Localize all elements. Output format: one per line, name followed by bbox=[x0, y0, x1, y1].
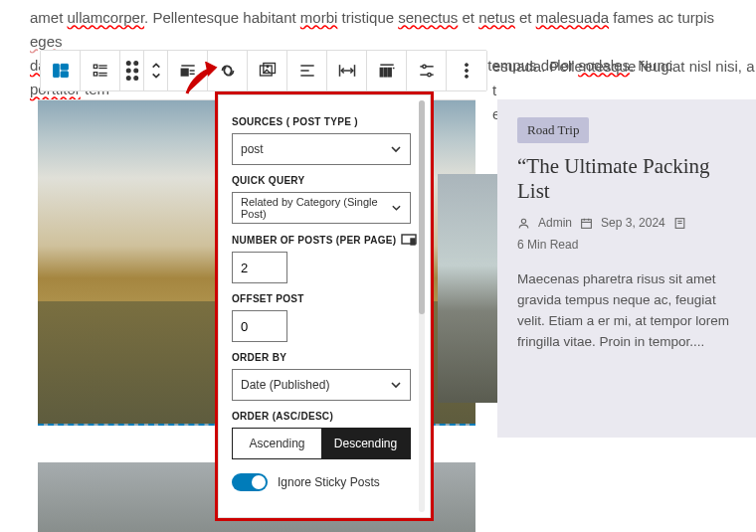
orderby-select[interactable]: Date (Published) bbox=[232, 369, 411, 401]
svg-rect-42 bbox=[411, 239, 415, 245]
svg-point-37 bbox=[466, 64, 469, 67]
svg-point-39 bbox=[466, 75, 469, 78]
sources-select[interactable]: post bbox=[232, 133, 411, 165]
svg-rect-30 bbox=[384, 69, 387, 77]
columns-button[interactable] bbox=[367, 51, 407, 90]
post-excerpt: Maecenas pharetra risus sit amet gravida… bbox=[517, 269, 736, 353]
post-preview[interactable]: Road Trip “The Ultimate Packing List Adm… bbox=[497, 99, 756, 438]
calendar-icon bbox=[580, 217, 593, 230]
post-meta: Admin Sep 3, 2024 6 Min Read bbox=[517, 216, 736, 252]
chevron-down-icon bbox=[390, 143, 402, 155]
svg-rect-0 bbox=[53, 64, 59, 77]
readtime-icon bbox=[673, 217, 686, 230]
link-icon bbox=[217, 60, 239, 82]
quickquery-label: QUICK QUERY bbox=[232, 175, 417, 186]
orderby-value: Date (Published) bbox=[241, 378, 329, 392]
num-label: NUMBER OF POSTS (PER PAGE) bbox=[232, 234, 417, 246]
svg-rect-44 bbox=[582, 219, 592, 228]
post-author: Admin bbox=[538, 216, 572, 230]
drag-handle[interactable] bbox=[120, 51, 144, 90]
svg-point-43 bbox=[521, 219, 525, 223]
orderby-label: ORDER BY bbox=[232, 352, 417, 363]
width-icon bbox=[337, 61, 357, 81]
query-settings-popover: SOURCES ( POST TYPE ) post QUICK QUERY R… bbox=[215, 91, 434, 521]
gallery-icon bbox=[258, 61, 278, 81]
offset-label: OFFSET POST bbox=[232, 293, 417, 304]
sources-label: SOURCES ( POST TYPE ) bbox=[232, 116, 417, 127]
order-asc[interactable]: Ascending bbox=[233, 429, 321, 458]
chevron-down-icon bbox=[390, 379, 402, 391]
svg-point-10 bbox=[133, 62, 137, 66]
category-pill[interactable]: Road Trip bbox=[517, 117, 589, 143]
text-align-button[interactable] bbox=[287, 51, 327, 90]
image-button[interactable] bbox=[248, 51, 287, 90]
chevron-down-icon bbox=[391, 202, 402, 214]
list-icon bbox=[91, 61, 110, 81]
num-input[interactable] bbox=[232, 252, 287, 283]
svg-rect-3 bbox=[94, 65, 96, 68]
order-segmented: Ascending Descending bbox=[232, 428, 411, 459]
block-toolbar bbox=[40, 50, 487, 91]
scrollbar[interactable] bbox=[419, 100, 425, 512]
svg-rect-2 bbox=[61, 72, 69, 78]
sources-value: post bbox=[241, 142, 264, 156]
move-buttons[interactable] bbox=[144, 51, 168, 90]
quickquery-value: Related by Category (Single Post) bbox=[241, 196, 391, 220]
align-button[interactable] bbox=[168, 51, 208, 90]
post-image-2 bbox=[438, 174, 497, 403]
svg-rect-1 bbox=[61, 64, 69, 70]
order-desc[interactable]: Descending bbox=[321, 429, 410, 458]
svg-point-21 bbox=[267, 66, 269, 68]
drag-icon bbox=[125, 61, 139, 81]
user-icon bbox=[517, 217, 530, 230]
svg-rect-16 bbox=[181, 69, 188, 76]
offset-input[interactable] bbox=[232, 310, 287, 342]
svg-point-13 bbox=[126, 77, 130, 81]
post-date: Sep 3, 2024 bbox=[601, 216, 665, 230]
sliders-icon bbox=[417, 61, 437, 81]
svg-point-12 bbox=[133, 69, 137, 73]
order-label: ORDER (ASC/DESC) bbox=[232, 411, 417, 422]
query-button[interactable] bbox=[208, 51, 248, 90]
svg-point-11 bbox=[126, 69, 130, 73]
chevron-updown-icon bbox=[149, 61, 163, 81]
post-title: “The Ultimate Packing List bbox=[517, 154, 736, 204]
svg-rect-31 bbox=[388, 69, 391, 77]
block-icon bbox=[51, 61, 71, 81]
width-button[interactable] bbox=[327, 51, 367, 90]
svg-rect-29 bbox=[380, 69, 383, 77]
svg-point-38 bbox=[466, 70, 469, 73]
post-readtime: 6 Min Read bbox=[517, 238, 578, 252]
sticky-label: Ignore Sticky Posts bbox=[278, 475, 380, 489]
svg-point-14 bbox=[133, 77, 137, 81]
transform-button[interactable] bbox=[81, 51, 120, 90]
block-type-button[interactable] bbox=[41, 51, 81, 90]
columns-icon bbox=[377, 61, 397, 81]
text-align-icon bbox=[297, 61, 317, 81]
align-icon bbox=[178, 61, 198, 81]
svg-point-34 bbox=[422, 65, 425, 68]
more-icon bbox=[457, 61, 476, 81]
quickquery-select[interactable]: Related by Category (Single Post) bbox=[232, 192, 411, 224]
svg-point-36 bbox=[427, 74, 430, 77]
more-button[interactable] bbox=[447, 51, 486, 90]
settings-button[interactable] bbox=[407, 51, 447, 90]
svg-rect-6 bbox=[94, 73, 96, 76]
svg-point-9 bbox=[126, 62, 130, 66]
sticky-toggle[interactable] bbox=[232, 473, 268, 491]
device-icon[interactable] bbox=[401, 234, 417, 246]
